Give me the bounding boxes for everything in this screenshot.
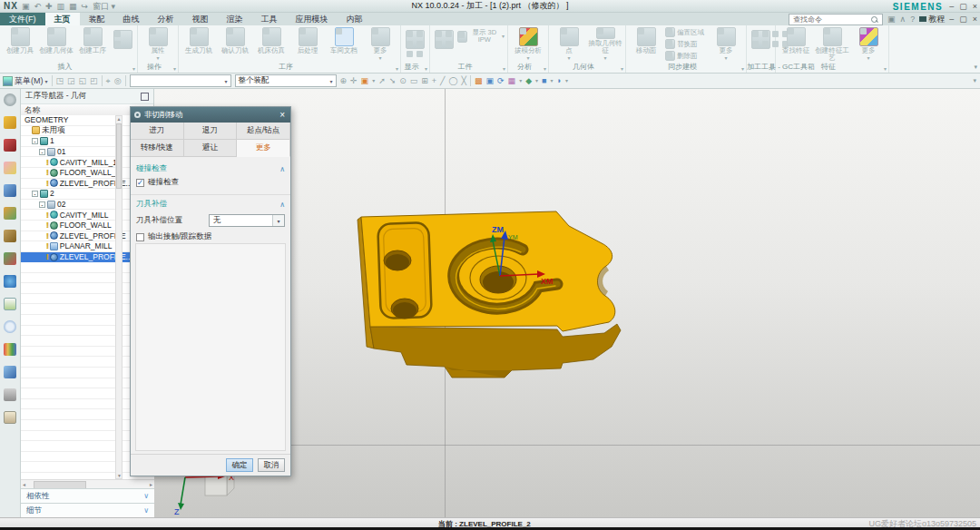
toolbar-icon[interactable]: ▾ bbox=[372, 75, 375, 86]
toolbar-icon[interactable]: ▣ bbox=[361, 75, 369, 86]
qat-icon[interactable]: ▥ bbox=[57, 1, 65, 12]
toolbar-icon[interactable]: ▩ bbox=[475, 75, 483, 86]
collision-check-row[interactable]: ✓ 碰撞检查 bbox=[136, 177, 285, 188]
minimize-ribbon-icon[interactable]: ∧ bbox=[900, 15, 906, 24]
toolbar-icon[interactable]: ◳ bbox=[56, 75, 64, 86]
details-panel[interactable]: 细节∨ bbox=[21, 503, 154, 517]
dialog-title-bar[interactable]: 非切削移动 × bbox=[131, 107, 290, 123]
qat-icon[interactable]: ↶ bbox=[34, 1, 41, 12]
collision-check-section-header[interactable]: 碰撞检查 ∧ bbox=[136, 163, 285, 174]
search-icon[interactable] bbox=[871, 16, 877, 23]
toolbar-icon[interactable] bbox=[102, 75, 103, 86]
toolbar-icon[interactable]: + bbox=[432, 75, 436, 86]
tool-compensation-dropdown[interactable]: 无 ▾ bbox=[209, 214, 285, 227]
ribbon-button[interactable]: 更多 ▾ bbox=[709, 26, 743, 62]
toolbar-icon[interactable]: ◲ bbox=[67, 75, 75, 86]
ribbon-options-caret[interactable]: ▾ bbox=[974, 64, 977, 71]
dialog-tab[interactable]: 退刀 bbox=[184, 123, 238, 140]
toolbar-icon[interactable]: ⟳ bbox=[497, 75, 505, 86]
dialog-tab[interactable]: 转移/快速 bbox=[131, 140, 184, 157]
ribbon-button[interactable]: 抽取几何特征 ▾ bbox=[588, 26, 622, 62]
toolbar-icon[interactable]: ➘ bbox=[389, 75, 397, 86]
toolbar-icon[interactable]: ▾ bbox=[565, 75, 568, 86]
undock-icon[interactable] bbox=[141, 93, 149, 101]
command-search[interactable] bbox=[789, 14, 883, 25]
ribbon-group-dialog-caret[interactable]: ▾ bbox=[425, 65, 427, 72]
ribbon-button[interactable]: 属性 ▾ bbox=[141, 26, 175, 62]
ribbon-button[interactable]: 确认刀轨 bbox=[218, 26, 252, 62]
ribbon-button[interactable]: 车间文档 bbox=[327, 26, 361, 62]
ribbon-group-dialog-caret[interactable]: ▾ bbox=[741, 65, 744, 72]
tree-horizontal-scrollbar[interactable]: ◂▸ bbox=[21, 479, 154, 488]
ribbon-button[interactable]: 移动面 bbox=[629, 26, 663, 62]
qat-icon[interactable]: ▦ bbox=[69, 1, 77, 12]
toolbar-icon[interactable]: ◎ bbox=[114, 75, 122, 86]
ribbon-group-dialog-caret[interactable]: ▾ bbox=[544, 65, 546, 72]
qat-icon[interactable]: ✚ bbox=[45, 1, 53, 12]
dialog-tab[interactable]: 更多 bbox=[237, 140, 290, 157]
menu-button[interactable]: 菜单(M)▾ bbox=[3, 75, 48, 87]
ribbon-tab[interactable]: 工具 bbox=[252, 13, 287, 25]
ribbon-button[interactable]: 更多 ▾ bbox=[363, 26, 397, 62]
ribbon-tab[interactable]: 曲线 bbox=[114, 13, 149, 25]
ribbon-button[interactable] bbox=[750, 26, 772, 62]
dialog-close-icon[interactable]: × bbox=[278, 111, 287, 120]
doc-close-button[interactable]: × bbox=[973, 15, 977, 24]
cancel-button[interactable]: 取消 bbox=[258, 458, 285, 472]
toolbar-icon[interactable]: ⊞ bbox=[421, 75, 428, 86]
search-input[interactable] bbox=[791, 15, 871, 25]
tutorial-button[interactable]: 教程 bbox=[919, 14, 945, 25]
part-model[interactable]: ZM YM XM bbox=[334, 192, 647, 392]
ribbon-button[interactable] bbox=[404, 26, 426, 62]
toolbar-icon[interactable]: ◱ bbox=[79, 75, 87, 86]
toolbar-icon[interactable]: ◯ bbox=[449, 75, 458, 86]
toolbar-icon[interactable]: ▾ bbox=[551, 75, 554, 86]
ribbon-group-dialog-caret[interactable]: ▾ bbox=[132, 65, 135, 72]
ribbon-tab[interactable]: 内部 bbox=[338, 13, 372, 25]
tree-expander-icon[interactable]: - bbox=[32, 138, 38, 144]
toolbar-icon[interactable]: ⌖ bbox=[106, 75, 111, 86]
minimize-button[interactable]: – bbox=[949, 2, 954, 11]
ribbon-button[interactable]: 点 ▾ bbox=[552, 26, 586, 62]
selection-scope-combo[interactable]: 整个装配▾ bbox=[235, 74, 337, 87]
ribbon-button[interactable]: 拔模分析 ▾ bbox=[511, 26, 545, 62]
ribbon-tab[interactable]: 渲染 bbox=[218, 13, 252, 25]
ribbon-tab[interactable]: 文件(F) bbox=[0, 13, 45, 25]
toolbar-icon[interactable]: ■ bbox=[542, 75, 546, 86]
output-contact-data-row[interactable]: 输出接触/跟踪数据 bbox=[136, 231, 285, 242]
ribbon-button[interactable]: 查找特征 bbox=[779, 26, 813, 62]
toolbar-icon[interactable]: ◗ bbox=[557, 75, 562, 86]
restore-button[interactable]: ▢ bbox=[959, 2, 967, 11]
ribbon-button[interactable]: 创建几何体 bbox=[39, 26, 74, 62]
ribbon-button[interactable]: 显示 3D IPW ▾ bbox=[457, 26, 505, 46]
tree-expander-icon[interactable]: - bbox=[39, 201, 45, 208]
ribbon-button[interactable]: 删除面 bbox=[665, 50, 707, 62]
dialog-tab[interactable]: 进刀 bbox=[131, 123, 184, 140]
dialog-tab[interactable]: 起点/钻点 bbox=[237, 123, 290, 140]
doc-restore-button[interactable]: ▢ bbox=[959, 15, 967, 24]
ribbon-group-dialog-caret[interactable]: ▾ bbox=[621, 65, 623, 72]
ribbon-button[interactable]: 替换面 bbox=[665, 38, 707, 50]
toolbar-icon[interactable]: ➚ bbox=[378, 75, 386, 86]
tree-expander-icon[interactable]: - bbox=[32, 191, 38, 197]
tool-compensation-section-header[interactable]: 刀具补偿 ∧ bbox=[136, 199, 285, 210]
toolbar-icon[interactable]: ◆ bbox=[525, 75, 532, 86]
toolbar-icon[interactable]: ✛ bbox=[350, 75, 358, 86]
window-display-icon[interactable]: ▣ bbox=[887, 15, 896, 24]
ribbon-tab[interactable]: 装配 bbox=[80, 13, 114, 25]
checkbox-unchecked[interactable] bbox=[136, 233, 144, 241]
ribbon-tab[interactable]: 主页 bbox=[45, 13, 80, 25]
toolbar-overflow-caret[interactable]: ▾ bbox=[973, 77, 976, 84]
toolbar-icon[interactable]: ▭ bbox=[410, 75, 418, 86]
window-menu[interactable]: 窗口 ▾ bbox=[93, 1, 115, 12]
ribbon-button[interactable]: 创建工序 bbox=[75, 26, 110, 62]
toolbar-icon[interactable] bbox=[470, 75, 471, 86]
ribbon-group-dialog-caret[interactable]: ▾ bbox=[173, 65, 176, 72]
toolbar-icon[interactable]: ◰ bbox=[90, 75, 98, 86]
ribbon-button[interactable]: 更多 ▾ bbox=[851, 26, 886, 62]
toolbar-icon[interactable]: ╳ bbox=[462, 75, 466, 86]
tree-vertical-scrollbar[interactable]: ▲▼ bbox=[115, 115, 122, 479]
ribbon-group-dialog-caret[interactable]: ▾ bbox=[770, 65, 773, 72]
ribbon-button[interactable]: 创建特征工艺 bbox=[815, 26, 849, 62]
collapse-chevron-icon[interactable]: ∧ bbox=[279, 201, 285, 209]
